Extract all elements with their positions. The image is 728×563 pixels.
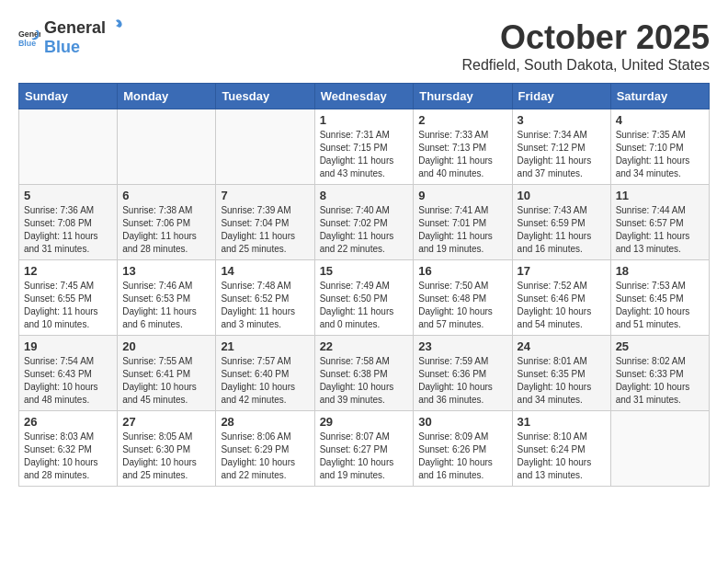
- day-number: 27: [122, 415, 210, 429]
- day-info: Sunrise: 7:39 AM Sunset: 7:04 PM Dayligh…: [221, 204, 309, 256]
- day-number: 22: [320, 339, 409, 353]
- logo-blue: Blue: [44, 38, 124, 57]
- day-info: Sunrise: 7:38 AM Sunset: 7:06 PM Dayligh…: [122, 204, 210, 256]
- day-info: Sunrise: 7:33 AM Sunset: 7:13 PM Dayligh…: [418, 129, 506, 180]
- calendar-cell: 10Sunrise: 7:43 AM Sunset: 6:59 PM Dayli…: [512, 185, 610, 260]
- calendar-cell: 24Sunrise: 8:01 AM Sunset: 6:35 PM Dayli…: [512, 336, 610, 411]
- calendar-cell: 14Sunrise: 7:48 AM Sunset: 6:52 PM Dayli…: [216, 260, 314, 336]
- day-info: Sunrise: 7:36 AM Sunset: 7:08 PM Dayligh…: [24, 204, 112, 256]
- week-row-2: 5Sunrise: 7:36 AM Sunset: 7:08 PM Daylig…: [19, 185, 710, 260]
- weekday-header-row: SundayMondayTuesdayWednesdayThursdayFrid…: [19, 84, 710, 109]
- day-number: 31: [518, 415, 606, 429]
- calendar-cell: [19, 109, 118, 185]
- logo-general: General: [44, 18, 106, 38]
- calendar-cell: 20Sunrise: 7:55 AM Sunset: 6:41 PM Dayli…: [118, 336, 216, 411]
- calendar-cell: 27Sunrise: 8:05 AM Sunset: 6:30 PM Dayli…: [118, 411, 216, 487]
- day-info: Sunrise: 7:52 AM Sunset: 6:46 PM Dayligh…: [518, 280, 606, 331]
- day-info: Sunrise: 7:55 AM Sunset: 6:41 PM Dayligh…: [122, 355, 210, 407]
- day-number: 29: [320, 415, 409, 429]
- day-number: 10: [518, 189, 606, 202]
- calendar-cell: 23Sunrise: 7:59 AM Sunset: 6:36 PM Dayli…: [414, 336, 512, 411]
- day-number: 2: [418, 113, 506, 127]
- day-number: 21: [221, 339, 309, 353]
- day-info: Sunrise: 8:01 AM Sunset: 6:35 PM Dayligh…: [518, 355, 606, 407]
- calendar-cell: [610, 411, 709, 487]
- calendar-cell: [216, 109, 314, 185]
- calendar-cell: 8Sunrise: 7:40 AM Sunset: 7:02 PM Daylig…: [314, 185, 414, 260]
- header: General Blue General Blue October 2025 R…: [18, 18, 710, 74]
- calendar-cell: 6Sunrise: 7:38 AM Sunset: 7:06 PM Daylig…: [118, 185, 216, 260]
- day-number: 12: [24, 264, 112, 278]
- day-number: 14: [221, 264, 309, 278]
- calendar-cell: 11Sunrise: 7:44 AM Sunset: 6:57 PM Dayli…: [610, 185, 709, 260]
- day-number: 17: [518, 264, 606, 278]
- weekday-header-tuesday: Tuesday: [216, 84, 314, 109]
- weekday-header-sunday: Sunday: [19, 84, 118, 109]
- day-info: Sunrise: 8:05 AM Sunset: 6:30 PM Dayligh…: [122, 431, 210, 482]
- day-info: Sunrise: 7:57 AM Sunset: 6:40 PM Dayligh…: [221, 355, 309, 407]
- day-number: 19: [24, 339, 112, 353]
- month-title: October 2025: [462, 18, 711, 57]
- weekday-header-monday: Monday: [118, 84, 216, 109]
- calendar-cell: 25Sunrise: 8:02 AM Sunset: 6:33 PM Dayli…: [610, 336, 709, 411]
- day-number: 3: [518, 113, 606, 127]
- day-info: Sunrise: 8:09 AM Sunset: 6:26 PM Dayligh…: [418, 431, 506, 482]
- day-info: Sunrise: 7:46 AM Sunset: 6:53 PM Dayligh…: [122, 280, 210, 331]
- day-number: 23: [418, 339, 506, 353]
- logo: General Blue General Blue: [18, 18, 124, 57]
- day-number: 30: [418, 415, 506, 429]
- day-number: 8: [320, 189, 409, 202]
- calendar-cell: 26Sunrise: 8:03 AM Sunset: 6:32 PM Dayli…: [19, 411, 118, 487]
- day-number: 6: [122, 189, 210, 202]
- day-info: Sunrise: 7:49 AM Sunset: 6:50 PM Dayligh…: [320, 280, 409, 331]
- day-info: Sunrise: 7:44 AM Sunset: 6:57 PM Dayligh…: [616, 204, 704, 256]
- day-info: Sunrise: 7:50 AM Sunset: 6:48 PM Dayligh…: [418, 280, 506, 331]
- day-number: 4: [616, 113, 704, 127]
- day-number: 26: [24, 415, 112, 429]
- day-number: 5: [24, 189, 112, 202]
- location-title: Redfield, South Dakota, United States: [462, 57, 711, 74]
- day-number: 20: [122, 339, 210, 353]
- day-info: Sunrise: 7:48 AM Sunset: 6:52 PM Dayligh…: [221, 280, 309, 331]
- day-info: Sunrise: 8:06 AM Sunset: 6:29 PM Dayligh…: [221, 431, 309, 482]
- week-row-3: 12Sunrise: 7:45 AM Sunset: 6:55 PM Dayli…: [19, 260, 710, 336]
- calendar-cell: 1Sunrise: 7:31 AM Sunset: 7:15 PM Daylig…: [314, 109, 414, 185]
- day-info: Sunrise: 7:43 AM Sunset: 6:59 PM Dayligh…: [518, 204, 606, 256]
- week-row-4: 19Sunrise: 7:54 AM Sunset: 6:43 PM Dayli…: [19, 336, 710, 411]
- day-info: Sunrise: 7:40 AM Sunset: 7:02 PM Dayligh…: [320, 204, 409, 256]
- weekday-header-thursday: Thursday: [414, 84, 512, 109]
- calendar-cell: 30Sunrise: 8:09 AM Sunset: 6:26 PM Dayli…: [414, 411, 512, 487]
- weekday-header-wednesday: Wednesday: [314, 84, 414, 109]
- day-number: 25: [616, 339, 704, 353]
- day-info: Sunrise: 7:34 AM Sunset: 7:12 PM Dayligh…: [518, 129, 606, 180]
- day-info: Sunrise: 7:31 AM Sunset: 7:15 PM Dayligh…: [320, 129, 409, 180]
- calendar-cell: 15Sunrise: 7:49 AM Sunset: 6:50 PM Dayli…: [314, 260, 414, 336]
- logo-bird-icon: [107, 18, 123, 33]
- day-info: Sunrise: 7:54 AM Sunset: 6:43 PM Dayligh…: [24, 355, 112, 407]
- calendar-cell: 22Sunrise: 7:58 AM Sunset: 6:38 PM Dayli…: [314, 336, 414, 411]
- calendar-cell: 21Sunrise: 7:57 AM Sunset: 6:40 PM Dayli…: [216, 336, 314, 411]
- calendar-cell: 13Sunrise: 7:46 AM Sunset: 6:53 PM Dayli…: [118, 260, 216, 336]
- calendar-cell: 17Sunrise: 7:52 AM Sunset: 6:46 PM Dayli…: [512, 260, 610, 336]
- title-area: October 2025 Redfield, South Dakota, Uni…: [462, 18, 711, 74]
- week-row-5: 26Sunrise: 8:03 AM Sunset: 6:32 PM Dayli…: [19, 411, 710, 487]
- calendar-cell: [118, 109, 216, 185]
- day-info: Sunrise: 7:35 AM Sunset: 7:10 PM Dayligh…: [616, 129, 704, 180]
- day-number: 16: [418, 264, 506, 278]
- day-number: 13: [122, 264, 210, 278]
- weekday-header-saturday: Saturday: [610, 84, 709, 109]
- day-number: 18: [616, 264, 704, 278]
- day-info: Sunrise: 7:45 AM Sunset: 6:55 PM Dayligh…: [24, 280, 112, 331]
- day-info: Sunrise: 7:59 AM Sunset: 6:36 PM Dayligh…: [418, 355, 506, 407]
- day-number: 11: [616, 189, 704, 202]
- day-info: Sunrise: 8:03 AM Sunset: 6:32 PM Dayligh…: [24, 431, 112, 482]
- day-info: Sunrise: 8:02 AM Sunset: 6:33 PM Dayligh…: [616, 355, 704, 407]
- calendar-cell: 31Sunrise: 8:10 AM Sunset: 6:24 PM Dayli…: [512, 411, 610, 487]
- calendar: SundayMondayTuesdayWednesdayThursdayFrid…: [18, 83, 710, 487]
- calendar-cell: 12Sunrise: 7:45 AM Sunset: 6:55 PM Dayli…: [19, 260, 118, 336]
- calendar-cell: 5Sunrise: 7:36 AM Sunset: 7:08 PM Daylig…: [19, 185, 118, 260]
- calendar-cell: 18Sunrise: 7:53 AM Sunset: 6:45 PM Dayli…: [610, 260, 709, 336]
- calendar-cell: 29Sunrise: 8:07 AM Sunset: 6:27 PM Dayli…: [314, 411, 414, 487]
- day-number: 1: [320, 113, 409, 127]
- calendar-cell: 28Sunrise: 8:06 AM Sunset: 6:29 PM Dayli…: [216, 411, 314, 487]
